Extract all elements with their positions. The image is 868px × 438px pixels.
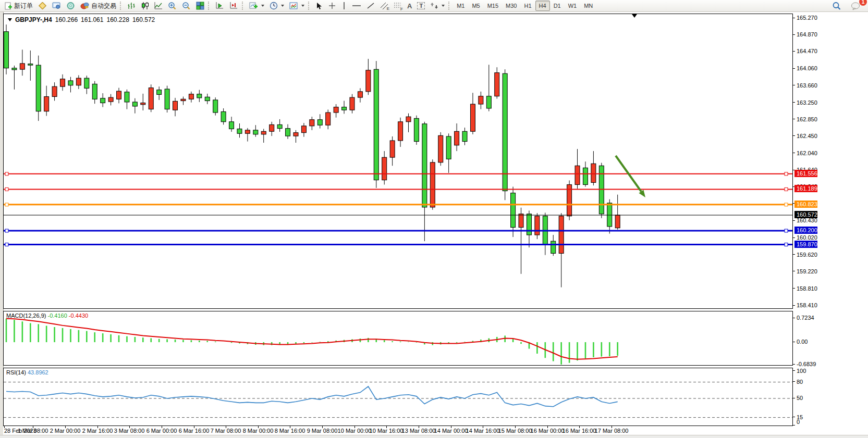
line-handle[interactable] [785,203,788,206]
rsi-panel[interactable]: RSI(14) 43.8962 [3,368,793,426]
price-level-badge-161.189[interactable]: 161.189 [794,185,817,192]
price-level-badge-160.572[interactable]: 160.572 [794,211,817,218]
timeframe-h4[interactable]: H4 [535,1,550,11]
zoom-in-button[interactable] [165,1,179,11]
line-handle[interactable] [5,243,8,246]
candle [406,114,411,132]
time-axis[interactable]: 28 Feb 20231 Mar 08:002 Mar 00:002 Mar 1… [3,427,793,435]
templates-button[interactable] [287,1,307,11]
price-level-badge-160.823[interactable]: 160.823 [794,201,817,208]
price-level-badge-160.200[interactable]: 160.200 [794,227,817,234]
axis-tick [793,102,795,103]
signals-button[interactable] [64,1,78,11]
fibonacci-button[interactable]: F [391,1,405,11]
new-order-icon [4,2,12,10]
new-order-label: 新订单 [14,2,33,10]
period-clock-button[interactable] [267,1,287,11]
new-chart-button[interactable] [247,1,267,11]
time-label: 10 Mar 16:00 [370,428,404,434]
terminal-button[interactable] [50,1,64,11]
arrows-icon [430,2,438,10]
timeframe-d1[interactable]: D1 [550,1,565,11]
candle [422,122,427,241]
line-handle[interactable] [5,172,8,176]
price-tick-label: 159.620 [797,251,817,258]
timeframe-w1[interactable]: W1 [565,1,581,11]
candle [551,235,556,256]
autotrading-button[interactable]: 自动交易 [78,1,119,11]
axis-tick [793,119,795,119]
candle [342,101,347,114]
trend-arrow[interactable] [616,156,645,197]
price-chart-panel[interactable]: GBPJPY-,H4 160.266 161.061 160.228 160.5… [3,14,793,309]
candle [253,125,258,137]
price-tick-label: 165.270 [797,14,817,21]
candle [317,114,322,128]
time-label: 1 Mar 08:00 [18,428,48,434]
tile-windows-icon [196,2,204,10]
candle [398,118,403,147]
candle [261,129,266,143]
timeframe-mn[interactable]: MN [580,1,596,11]
chevron-down-icon [301,5,304,7]
autotrading-label: 自动交易 [91,2,116,10]
line-handle[interactable] [5,187,8,191]
time-label: 2 Mar 00:00 [50,428,81,434]
price-level-badge-159.870[interactable]: 159.870 [794,241,817,248]
text-button[interactable]: A [405,1,414,11]
tile-windows-button[interactable] [193,1,207,11]
time-label: 17 Mar 08:00 [595,428,629,434]
notifications-button[interactable]: 1 [848,1,863,11]
scroll-to-end-icon[interactable] [632,14,637,18]
trendline-button[interactable] [364,1,377,11]
line-handle[interactable] [785,243,788,246]
chart-shift-button[interactable] [227,1,241,11]
timeframe-m1[interactable]: M1 [453,1,468,11]
vertical-line-button[interactable] [339,1,349,11]
candle [495,67,499,98]
channel-button[interactable]: E [377,1,391,11]
price-tick-label: 162.450 [797,132,817,140]
macd-signal-line [6,319,618,359]
price-axis[interactable]: 165.270164.870164.470164.060163.660163.2… [793,14,868,309]
candle [567,180,572,220]
candle [44,86,49,116]
horizontal-line-button[interactable] [349,1,364,11]
candle [294,130,298,143]
line-chart-icon [154,2,163,10]
crosshair-button[interactable] [325,1,339,11]
new-order-button[interactable]: 新订单 [2,1,35,11]
timeframe-h1[interactable]: H1 [521,1,535,11]
line-handle[interactable] [785,187,788,191]
toolbar-grip [120,2,123,10]
timeframe-m15[interactable]: M15 [484,1,502,11]
text-label-button[interactable]: T [414,1,427,11]
rsi-value: 43.8962 [28,369,48,376]
candle [301,123,306,137]
cursor-button[interactable] [313,1,325,11]
timeframe-m30[interactable]: M30 [502,1,520,11]
toolbar-grip [448,2,451,10]
line-handle[interactable] [5,203,8,206]
candle [535,213,540,239]
macd-panel[interactable]: MACD(12,26,9) -0.4160 -0.4430 [3,311,793,366]
line-handle[interactable] [5,229,8,232]
fibonacci-icon: F [394,2,402,10]
candle [390,136,395,166]
price-level-badge-161.556[interactable]: 161.556 [794,170,817,177]
chart-line-button[interactable] [152,1,165,11]
line-handle[interactable] [785,172,788,176]
autoscroll-button[interactable] [213,1,227,11]
autotrading-icon [80,2,89,10]
arrows-button[interactable] [427,1,447,11]
candle [334,104,338,118]
chart-candles-button[interactable] [138,1,152,11]
chevron-down-icon[interactable] [8,18,12,21]
search-button[interactable] [829,1,844,11]
line-handle[interactable] [785,229,788,232]
timeframe-m5[interactable]: M5 [468,1,483,11]
zoom-out-button[interactable] [179,1,193,11]
equidistant-channel-icon: E [380,2,388,10]
chart-bars-button[interactable] [125,1,138,11]
gold-diamond-button[interactable] [35,1,50,11]
